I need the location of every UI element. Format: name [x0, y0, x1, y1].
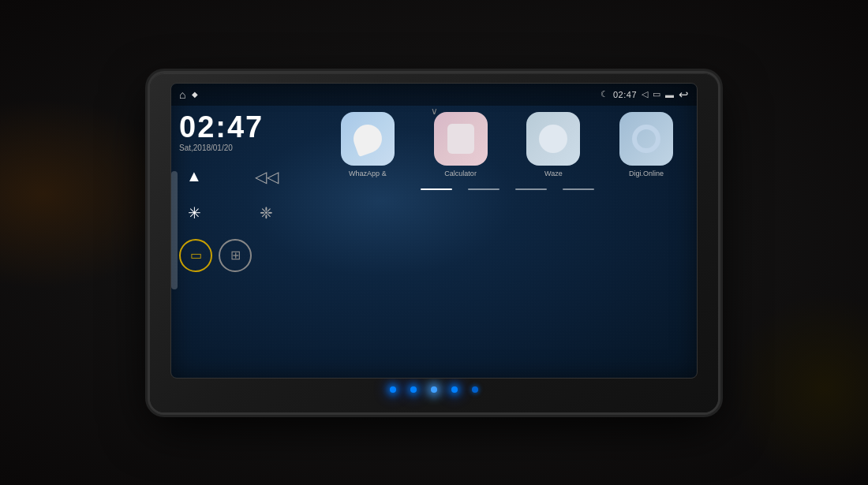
- waze2-app-icon[interactable]: [526, 112, 580, 166]
- media-button[interactable]: ▭: [179, 239, 212, 272]
- chevron-top-icon[interactable]: ∨: [431, 106, 438, 117]
- alarm-control[interactable]: ▲: [179, 162, 209, 192]
- signal-icon: ▬: [665, 90, 674, 99]
- back-button[interactable]: ↩: [679, 88, 689, 102]
- led-1: [390, 386, 396, 393]
- waze2-app-label: Waze: [544, 170, 563, 177]
- status-left: ⌂ ◆: [179, 88, 198, 101]
- main-content: 02:47 Sat,2018/01/20 ▲ ◁◁ ✳ ❈ ▭ ⊞: [171, 106, 697, 278]
- app-item-calculator[interactable]: Calculator: [418, 112, 503, 177]
- volume-icon: ◁: [642, 89, 648, 99]
- screen: ⌂ ◆ ☾ 02:47 ◁ ▭ ▬ ↩ ∨ 02:: [170, 83, 698, 379]
- head-unit-bezel: ⌂ ◆ ☾ 02:47 ◁ ▭ ▬ ↩ ∨ 02:: [150, 73, 718, 412]
- home-icon[interactable]: ⌂: [179, 88, 185, 101]
- status-time: 02:47: [613, 90, 637, 99]
- led-4: [451, 386, 458, 393]
- brightness-control[interactable]: ✳: [179, 198, 209, 228]
- apps-grid: WhazApp & Calculator Waz: [325, 112, 689, 177]
- status-right: ☾ 02:47 ◁ ▭ ▬ ↩: [600, 88, 689, 102]
- pin-icon: ◆: [192, 90, 198, 99]
- waze-shape: [350, 120, 386, 156]
- controls-grid: ▲ ◁◁ ✳ ❈: [179, 162, 317, 228]
- volume-side-indicator: [171, 171, 178, 289]
- page-dot-4[interactable]: [563, 188, 594, 190]
- car-dashboard: ⌂ ◆ ☾ 02:47 ◁ ▭ ▬ ↩ ∨ 02:: [0, 0, 868, 485]
- digi-app-label: Digi.Online: [629, 170, 664, 177]
- page-dot-3[interactable]: [515, 188, 547, 190]
- waze2-shape: [539, 125, 567, 153]
- led-3: [431, 386, 437, 393]
- moon-icon: ☾: [600, 89, 608, 99]
- right-panel: WhazApp & Calculator Waz: [325, 112, 689, 272]
- clock-time: 02:47: [179, 112, 317, 142]
- led-row: [366, 386, 502, 393]
- battery-icon: ▭: [653, 89, 660, 99]
- page-dot-2[interactable]: [468, 188, 499, 190]
- led-2: [410, 386, 417, 393]
- calculator-app-label: Calculator: [444, 170, 477, 177]
- app-item-waze2[interactable]: Waze: [511, 112, 597, 177]
- waze-app-icon[interactable]: [341, 112, 395, 166]
- app-item-digi[interactable]: Digi.Online: [604, 112, 689, 177]
- page-dot-1[interactable]: [421, 188, 452, 190]
- calculator-app-icon[interactable]: [434, 112, 488, 166]
- bottom-icons: ▭ ⊞: [179, 239, 317, 272]
- volume-control[interactable]: ◁◁: [252, 162, 282, 192]
- page-indicators: [325, 188, 689, 190]
- settings-control[interactable]: ❈: [252, 198, 282, 228]
- app-item-waze[interactable]: WhazApp &: [325, 112, 410, 177]
- digi-shape: [632, 125, 660, 153]
- led-5: [472, 386, 478, 393]
- clock-area: 02:47 Sat,2018/01/20: [179, 112, 317, 152]
- apps-button[interactable]: ⊞: [219, 239, 252, 272]
- digi-app-icon[interactable]: [619, 112, 673, 166]
- left-panel: 02:47 Sat,2018/01/20 ▲ ◁◁ ✳ ❈ ▭ ⊞: [179, 112, 317, 272]
- waze-app-label: WhazApp &: [349, 170, 387, 177]
- status-bar: ⌂ ◆ ☾ 02:47 ◁ ▭ ▬ ↩: [171, 84, 697, 106]
- calc-shape: [447, 124, 474, 154]
- clock-date: Sat,2018/01/20: [179, 144, 317, 152]
